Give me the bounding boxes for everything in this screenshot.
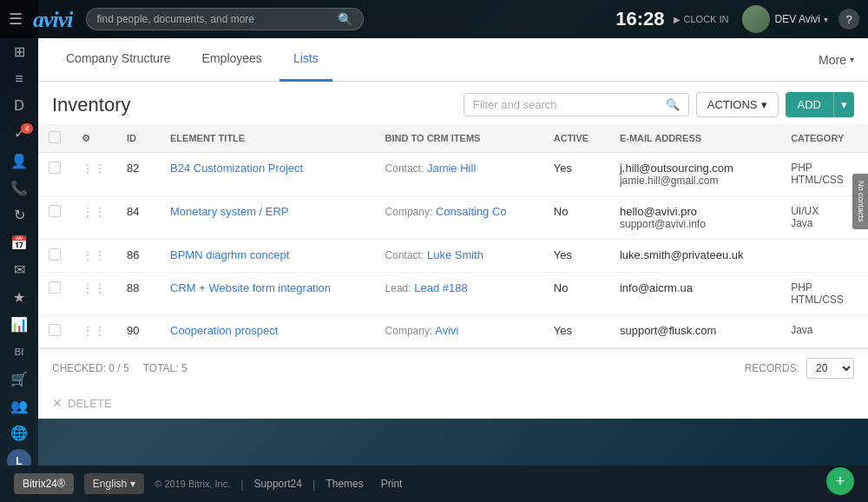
row-checkbox[interactable] (49, 162, 61, 174)
themes-link[interactable]: Themes (326, 478, 363, 490)
row-title-link[interactable]: Monetary system / ERP (170, 205, 289, 218)
th-active: ACTIVE (543, 124, 609, 153)
delete-button[interactable]: ✕ DELETE (52, 396, 854, 410)
table-header-row: ⚙ ID ELEMENT TITLE BIND TO CRM ITEMS ACT… (38, 124, 868, 153)
copyright-text: © 2019 Bitrix, Inc. (155, 479, 230, 489)
logo[interactable]: avivi (33, 5, 73, 33)
star-icon: ★ (13, 289, 25, 306)
bind-name-link[interactable]: Jamie Hill (427, 162, 476, 175)
sidebar: ⊞ ≡ D ✓ 4 👤 📞 ↻ 📅 ✉ ★ 📊 BI 🛒 👥 🌐 L (0, 0, 38, 502)
search-input[interactable] (97, 13, 332, 25)
sidebar-item-feed[interactable]: ≡ (3, 67, 35, 90)
bind-type-label: Company: (385, 325, 433, 337)
drag-handle[interactable]: ⋮⋮ (82, 324, 106, 338)
bind-name-link[interactable]: Luke Smith (427, 248, 483, 261)
row-email-cell: support@flusk.com (609, 315, 780, 348)
user-area[interactable]: DEV Avivi ▾ (742, 5, 828, 33)
sidebar-item-menu[interactable]: ⊞ (3, 40, 35, 63)
language-button[interactable]: English ▾ (84, 473, 144, 494)
row-checkbox[interactable] (49, 324, 61, 336)
inventory-header: Inventory 🔍 ACTIONS ▾ ADD ▾ (38, 82, 868, 124)
tab-employees[interactable]: Employees (188, 38, 276, 82)
records-select[interactable]: 20 50 100 (806, 358, 854, 379)
row-checkbox[interactable] (49, 281, 61, 294)
tab-bar: Company Structure Employees Lists More ▾ (38, 38, 868, 82)
row-title-link[interactable]: B24 Customization Project (170, 162, 303, 175)
phone-icon: 📞 (10, 180, 28, 196)
row-id: 88 (116, 273, 160, 315)
row-title-cell: BPMN diagrhm concept (160, 240, 375, 273)
delete-bar-area: ✕ DELETE (38, 387, 868, 419)
sidebar-item-cart[interactable]: 🛒 (3, 367, 35, 391)
table-row: ⋮⋮ 88 CRM + Website form integration Lea… (38, 273, 868, 315)
sidebar-item-star[interactable]: ★ (3, 285, 35, 308)
print-link[interactable]: Print (381, 478, 403, 490)
row-title-cell: Monetary system / ERP (160, 196, 375, 240)
sidebar-item-group[interactable]: 👥 (3, 394, 35, 418)
row-active-cell: No (543, 196, 609, 240)
hamburger-icon[interactable]: ☰ (9, 10, 23, 29)
row-email-cell: info@aicrm.ua (609, 273, 780, 315)
drag-handle[interactable]: ⋮⋮ (82, 281, 106, 295)
sidebar-item-bi[interactable]: BI (3, 340, 35, 363)
fab-button[interactable]: + (826, 467, 854, 495)
email-line: support@flusk.com (620, 324, 770, 337)
filter-search-input[interactable] (473, 98, 666, 111)
sidebar-item-globe[interactable]: 🌐 (3, 421, 35, 445)
grid-icon: ⊞ (14, 43, 25, 60)
category-line: PHP (791, 162, 858, 174)
sidebar-item-contacts[interactable]: 👤 (3, 149, 35, 173)
category-line: Java (791, 324, 858, 336)
row-checkbox[interactable] (49, 248, 61, 261)
add-dropdown-button[interactable]: ▾ (833, 92, 854, 117)
actions-button[interactable]: ACTIONS ▾ (696, 92, 779, 117)
sidebar-item-d[interactable]: D (3, 95, 35, 118)
add-button[interactable]: ADD (786, 92, 833, 117)
row-active-cell: Yes (543, 153, 609, 196)
email-line: support@avivi.info (620, 218, 770, 230)
bind-name-link[interactable]: Consalting Co (436, 205, 507, 218)
sidebar-item-mail[interactable]: ✉ (3, 258, 35, 281)
row-id: 82 (116, 153, 160, 196)
clock-in-button[interactable]: ▶ CLOCK IN (674, 14, 729, 24)
row-checkbox[interactable] (49, 205, 61, 217)
drag-handle[interactable]: ⋮⋮ (82, 248, 106, 262)
tasks-badge: 4 (21, 123, 33, 134)
support-link[interactable]: Support24 (254, 478, 302, 490)
tab-more-button[interactable]: More ▾ (819, 53, 854, 67)
sidebar-item-refresh[interactable]: ↻ (3, 203, 35, 227)
row-title-link[interactable]: CRM + Website form integration (170, 281, 331, 294)
row-checkbox-cell (38, 153, 71, 196)
row-id: 90 (116, 315, 160, 348)
sidebar-item-phone[interactable]: 📞 (3, 176, 35, 200)
filter-search-bar[interactable]: 🔍 (464, 93, 689, 116)
email-line: info@aicrm.ua (620, 281, 770, 294)
search-icon: 🔍 (338, 12, 352, 26)
drag-handle[interactable]: ⋮⋮ (82, 162, 106, 175)
tab-lists[interactable]: Lists (279, 38, 332, 82)
row-bind-cell: Lead: Lead #188 (375, 273, 543, 315)
right-panel-hint[interactable]: No contacts (852, 174, 868, 229)
search-bar[interactable]: 🔍 (86, 8, 364, 30)
table-row: ⋮⋮ 86 BPMN diagrhm concept Contact: Luke… (38, 240, 868, 273)
help-button[interactable]: ? (838, 9, 859, 30)
sidebar-item-calendar[interactable]: 📅 (3, 231, 35, 254)
help-label: ? (845, 13, 852, 26)
bind-name-link[interactable]: Avivi (435, 324, 458, 337)
row-title-link[interactable]: BPMN diagrhm concept (170, 248, 289, 261)
select-all-checkbox[interactable] (49, 131, 61, 143)
th-email: E-MAIL ADDRESS (609, 124, 780, 153)
table-row: ⋮⋮ 90 Cooperation prospect Company: Aviv… (38, 315, 868, 348)
sidebar-item-chart[interactable]: 📊 (3, 313, 35, 336)
sidebar-item-tasks[interactable]: ✓ 4 (3, 122, 35, 145)
row-active-cell: Yes (543, 240, 609, 273)
row-id: 86 (116, 240, 160, 273)
bitrix-button[interactable]: Bitrix24® (14, 473, 74, 494)
total-info: TOTAL: 5 (143, 362, 187, 374)
tab-company-structure[interactable]: Company Structure (52, 38, 185, 82)
gear-icon[interactable]: ⚙ (82, 133, 90, 143)
row-title-link[interactable]: Cooperation prospect (170, 324, 278, 337)
bind-name-link[interactable]: Lead #188 (414, 281, 467, 294)
chevron-down-icon: ▾ (824, 15, 828, 24)
drag-handle[interactable]: ⋮⋮ (82, 205, 106, 219)
